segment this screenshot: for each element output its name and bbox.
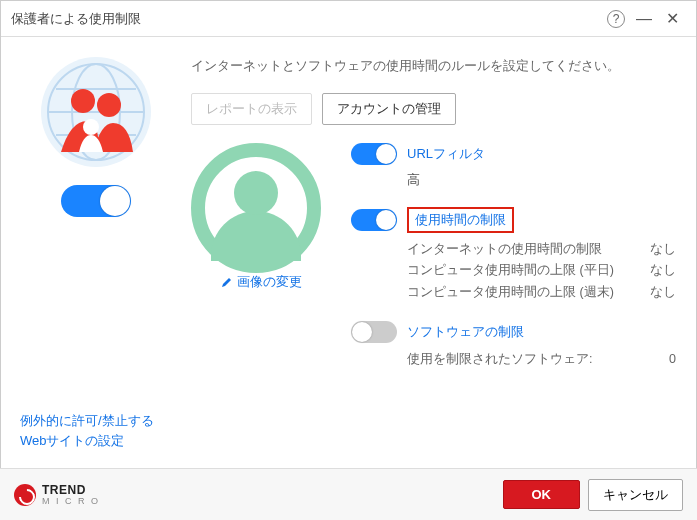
settings-column: URLフィルタ 高 使用時間の制限 インターネットの使用時間の制限 なし	[351, 143, 676, 388]
table-row: 使用を制限されたソフトウェア: 0	[407, 349, 676, 370]
exceptions-link[interactable]: 例外的に許可/禁止する Webサイトの設定	[20, 411, 154, 450]
url-filter-link[interactable]: URLフィルタ	[407, 145, 485, 163]
window-title: 保護者による使用制限	[11, 10, 602, 28]
avatar-column: 画像の変更	[191, 143, 331, 388]
time-limit-link[interactable]: 使用時間の制限	[407, 207, 514, 233]
help-icon: ?	[607, 10, 625, 28]
table-row: コンピュータ使用時間の上限 (週末) なし	[407, 282, 676, 303]
feature-icon	[41, 57, 151, 167]
ok-button[interactable]: OK	[503, 480, 581, 509]
brand: TREND M I C R O	[14, 484, 503, 506]
minimize-icon: ―	[636, 10, 652, 28]
master-toggle[interactable]	[61, 185, 131, 217]
section-software-limit: ソフトウェアの制限 使用を制限されたソフトウェア: 0	[351, 321, 676, 370]
instruction-text: インターネットとソフトウェアの使用時間のルールを設定してください。	[191, 57, 676, 75]
avatar-icon	[191, 143, 321, 273]
brand-sub: M I C R O	[42, 496, 100, 506]
close-button[interactable]: ✕	[658, 5, 686, 33]
section-time-limit: 使用時間の制限 インターネットの使用時間の制限 なし コンピュータ使用時間の上限…	[351, 207, 676, 303]
toggle-knob	[100, 186, 130, 216]
svg-point-8	[83, 119, 99, 135]
cancel-button[interactable]: キャンセル	[588, 479, 683, 511]
section-url-filter: URLフィルタ 高	[351, 143, 676, 189]
change-avatar-label: 画像の変更	[237, 273, 302, 291]
url-filter-toggle[interactable]	[351, 143, 397, 165]
left-column	[21, 57, 171, 457]
brand-logo-icon	[14, 484, 36, 506]
help-button[interactable]: ?	[602, 5, 630, 33]
button-row: レポートの表示 アカウントの管理	[191, 93, 676, 125]
brand-name: TREND	[42, 484, 100, 496]
time-limit-rows: インターネットの使用時間の制限 なし コンピュータ使用時間の上限 (平日) なし…	[407, 239, 676, 303]
manage-account-button[interactable]: アカウントの管理	[322, 93, 456, 125]
software-limit-toggle[interactable]	[351, 321, 397, 343]
software-limit-link[interactable]: ソフトウェアの制限	[407, 323, 524, 341]
pencil-icon	[221, 276, 233, 288]
titlebar: 保護者による使用制限 ? ― ✕	[1, 1, 696, 37]
profile-row: 画像の変更 URLフィルタ 高 使用時間の制限	[191, 143, 676, 388]
time-limit-toggle[interactable]	[351, 209, 397, 231]
close-icon: ✕	[666, 9, 679, 28]
change-avatar-link[interactable]: 画像の変更	[221, 273, 302, 291]
url-filter-level: 高	[407, 171, 676, 189]
svg-point-6	[71, 89, 95, 113]
family-globe-icon	[41, 57, 151, 167]
svg-point-7	[97, 93, 121, 117]
content: インターネットとソフトウェアの使用時間のルールを設定してください。 レポートの表…	[1, 37, 696, 457]
footer: TREND M I C R O OK キャンセル	[0, 468, 697, 520]
view-report-button: レポートの表示	[191, 93, 312, 125]
minimize-button[interactable]: ―	[630, 5, 658, 33]
table-row: インターネットの使用時間の制限 なし	[407, 239, 676, 260]
right-column: インターネットとソフトウェアの使用時間のルールを設定してください。 レポートの表…	[171, 57, 676, 457]
table-row: コンピュータ使用時間の上限 (平日) なし	[407, 260, 676, 281]
